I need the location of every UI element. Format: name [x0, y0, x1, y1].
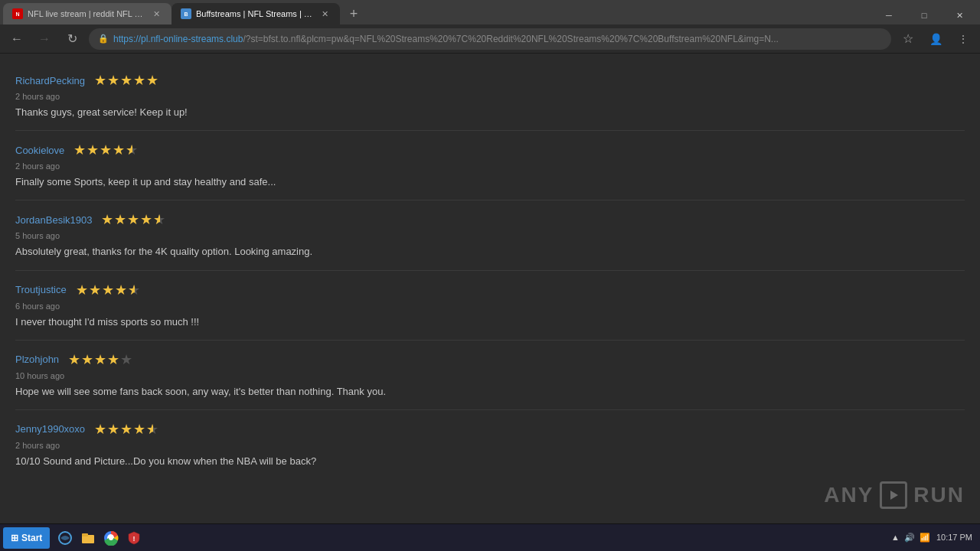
review-text: Finally some Sports, keep it up and stay…	[15, 175, 965, 189]
star-full: ★	[101, 211, 113, 228]
new-tab-button[interactable]: +	[343, 3, 364, 24]
bookmark-button[interactable]: ☆	[897, 28, 919, 50]
review-text: Thanks guys, great service! Keep it up!	[15, 106, 965, 119]
review-text: Absolutely great, thanks for the 4K qual…	[15, 245, 965, 259]
tab-buff[interactable]: B Buffstreams | NFL Streams | Reddit ...…	[172, 3, 340, 24]
star-full: ★	[94, 351, 106, 368]
star-full: ★	[81, 351, 93, 368]
star-full: ★	[94, 421, 106, 438]
review-text: Hope we will see some fans back soon, an…	[15, 385, 965, 399]
omnibox[interactable]: 🔒 https://pl.nfl-online-streams.club/?st…	[89, 28, 891, 50]
review-item: Jenny1990xoxo ★★★★ ★ ★ 2 hours ago 10/10…	[15, 410, 965, 479]
review-header: JordanBesik1903 ★★★★ ★ ★	[15, 211, 965, 228]
taskbar-shield-icon[interactable]: !	[123, 527, 145, 549]
page-content: RichardPecking ★★★★★ 2 hours ago Thanks …	[0, 54, 980, 523]
star-half: ★ ★	[128, 282, 142, 295]
tab-buff-title: Buffstreams | NFL Streams | Reddit ...	[196, 9, 314, 18]
tabs-bar: N NFL live stream | reddit NFL streams..…	[0, 0, 980, 24]
reviewer-name: Plzohjohn	[15, 354, 59, 365]
review-header: Jenny1990xoxo ★★★★ ★ ★	[15, 421, 965, 438]
stars-container: ★★★★ ★ ★	[101, 211, 167, 228]
svg-text:!: !	[133, 535, 136, 543]
taskbar-chrome-icon[interactable]	[100, 527, 122, 549]
review-time: 6 hours ago	[15, 302, 965, 311]
review-header: Troutjustice ★★★★ ★ ★	[15, 282, 965, 298]
star-full: ★	[114, 211, 126, 228]
menu-button[interactable]: ⋮	[952, 28, 974, 50]
star-full: ★	[146, 72, 158, 89]
tray-speaker[interactable]: 🔊	[904, 533, 915, 543]
reviewer-name: Cookielove	[15, 145, 64, 156]
star-half: ★ ★	[153, 211, 167, 225]
review-item: RichardPecking ★★★★★ 2 hours ago Thanks …	[15, 61, 965, 131]
review-time: 2 hours ago	[15, 161, 965, 171]
stars-container: ★★★★★	[68, 351, 132, 368]
star-full: ★	[76, 282, 88, 298]
tray-network[interactable]: 📶	[920, 533, 930, 543]
review-header: Cookielove ★★★★ ★ ★	[15, 142, 965, 158]
review-item: JordanBesik1903 ★★★★ ★ ★ 5 hours ago Abs…	[15, 201, 965, 270]
star-full: ★	[94, 72, 106, 89]
start-icon: ⊞	[11, 533, 18, 543]
star-full: ★	[120, 421, 132, 438]
buff-favicon: B	[181, 8, 191, 19]
star-full: ★	[107, 421, 119, 438]
star-full: ★	[100, 142, 112, 158]
browser-frame: N NFL live stream | reddit NFL streams..…	[0, 0, 980, 551]
star-half: ★ ★	[126, 142, 139, 155]
stars-container: ★★★★ ★ ★	[74, 142, 139, 158]
reviewer-name: Jenny1990xoxo	[15, 423, 85, 435]
taskbar: ⊞ Start !	[0, 523, 980, 551]
review-item: Plzohjohn ★★★★★ 10 hours ago Hope we wil…	[15, 341, 965, 410]
star-full: ★	[115, 282, 127, 298]
star-full: ★	[102, 282, 114, 298]
tab-nfl[interactable]: N NFL live stream | reddit NFL streams..…	[3, 3, 172, 24]
star-full: ★	[140, 211, 152, 228]
close-button[interactable]: ✕	[942, 5, 977, 26]
tray-arrow[interactable]: ▲	[891, 533, 900, 542]
url-path: /?st=bfst.to.nfl&plcm=pw&q=NFL%20Streams…	[243, 34, 778, 44]
tab-nfl-title: NFL live stream | reddit NFL streams...	[28, 9, 145, 18]
time-display: 10:17 PM	[936, 532, 972, 543]
review-header: Plzohjohn ★★★★★	[15, 351, 965, 368]
star-full: ★	[127, 211, 139, 228]
star-half: ★ ★	[146, 421, 160, 435]
review-header: RichardPecking ★★★★★	[15, 72, 965, 89]
sys-tray: ▲ 🔊 📶	[891, 533, 930, 543]
start-button[interactable]: ⊞ Start	[3, 527, 50, 549]
review-time: 5 hours ago	[15, 231, 965, 240]
lock-icon: 🔒	[98, 34, 109, 44]
url-text: https://pl.nfl-online-streams.club/?st=b…	[113, 34, 882, 44]
tab-buff-close[interactable]: ✕	[318, 8, 331, 20]
star-full: ★	[107, 72, 119, 89]
svg-rect-2	[82, 533, 88, 536]
forward-button[interactable]: →	[34, 28, 55, 50]
star-full: ★	[133, 421, 145, 438]
review-item: Troutjustice ★★★★ ★ ★ 6 hours ago I neve…	[15, 271, 965, 341]
tab-nfl-close[interactable]: ✕	[150, 8, 162, 20]
profile-button[interactable]: 👤	[925, 28, 946, 50]
review-text: 10/10 Sound and Picture...Do you know wh…	[15, 455, 965, 468]
star-full: ★	[89, 282, 101, 298]
star-full: ★	[113, 142, 125, 158]
stars-container: ★★★★★	[94, 72, 158, 89]
star-full: ★	[68, 351, 80, 368]
taskbar-folder-icon[interactable]	[77, 527, 99, 549]
refresh-button[interactable]: ↻	[61, 28, 83, 50]
taskbar-ie-icon[interactable]	[54, 527, 76, 549]
star-full: ★	[87, 142, 99, 158]
back-button[interactable]: ←	[6, 28, 28, 50]
star-full: ★	[133, 72, 145, 89]
taskbar-apps: !	[54, 527, 145, 549]
minimize-button[interactable]: ─	[871, 5, 906, 26]
reviewer-name: JordanBesik1903	[15, 214, 92, 226]
maximize-button[interactable]: □	[906, 5, 942, 26]
stars-container: ★★★★ ★ ★	[94, 421, 160, 438]
review-time: 2 hours ago	[15, 441, 965, 450]
reviewer-name: Troutjustice	[15, 284, 67, 295]
stars-container: ★★★★ ★ ★	[76, 282, 142, 298]
star-full: ★	[120, 72, 132, 89]
star-full: ★	[107, 351, 119, 368]
star-full: ★	[74, 142, 86, 158]
review-time: 2 hours ago	[15, 92, 965, 101]
